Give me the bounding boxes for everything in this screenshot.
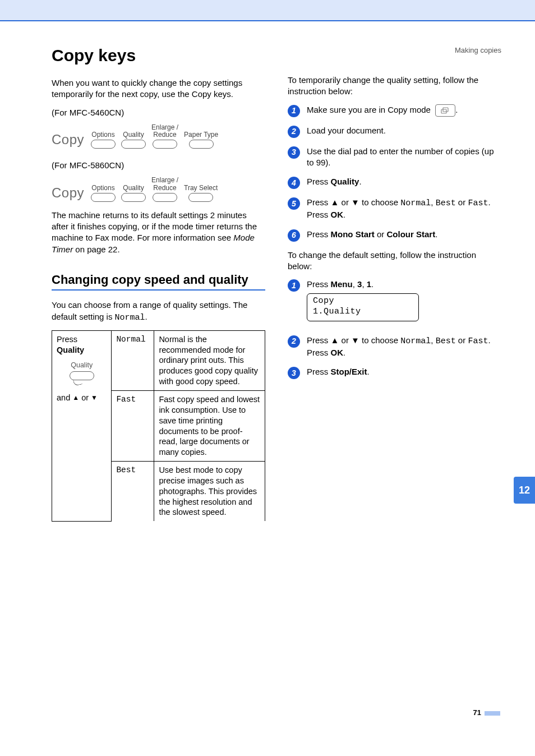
step: 2 Load your document. xyxy=(288,125,501,138)
text: or xyxy=(339,335,351,345)
text: Press xyxy=(307,229,331,239)
step-body: Press Quality. xyxy=(307,176,501,187)
copy-label: Copy xyxy=(52,185,84,202)
text: Press xyxy=(307,197,331,207)
top-band xyxy=(0,0,535,21)
mono-text: Normal xyxy=(115,313,145,322)
chapter-tab: 12 xyxy=(514,477,535,504)
step-number-badge: 5 xyxy=(288,197,300,210)
text: , xyxy=(353,279,357,289)
lcd-display: Copy 1.Quality xyxy=(307,293,419,321)
bold-text: Menu xyxy=(331,279,353,289)
key-enlarge-reduce: Enlarge / Reduce xyxy=(151,177,178,201)
step-number-badge: 6 xyxy=(288,229,300,242)
quality-table: Press Quality Quality and ▲ or ▼ Normal … xyxy=(52,330,265,522)
default-intro: To change the default setting, follow th… xyxy=(288,250,501,273)
bold-text: Quality xyxy=(331,177,359,186)
mono-text: Normal xyxy=(400,199,431,208)
text: Make sure you are in Copy mode xyxy=(307,105,433,114)
triangle-down-icon: ▼ xyxy=(91,394,98,403)
step-number-badge: 3 xyxy=(288,367,300,379)
page-content: Copy keys When you want to quickly chang… xyxy=(0,21,535,522)
option-cell: Fast xyxy=(112,390,154,461)
text: to choose xyxy=(359,335,400,345)
default-steps: 1 Press Menu, 3, 1. Copy 1.Quality 2 Pre… xyxy=(288,279,501,379)
text: on page 22. xyxy=(73,245,119,254)
step-body: Load your document. xyxy=(307,125,501,136)
heading-rule xyxy=(52,289,265,291)
text: The machine returns to its default setti… xyxy=(52,210,257,243)
keycap-icon xyxy=(153,193,177,202)
text: Press xyxy=(307,335,331,345)
key-panel-5860: Copy Options Quality Enlarge / Reduce Tr… xyxy=(52,173,265,209)
text: or xyxy=(456,197,468,207)
key-label: Reduce xyxy=(153,185,176,192)
bold-text: OK xyxy=(331,348,344,357)
text: . xyxy=(343,348,345,357)
key-panel-5460: Copy Options Quality Enlarge / Reduce Pa… xyxy=(52,121,265,156)
desc-cell: Fast copy speed and lowest ink consumpti… xyxy=(154,390,265,461)
triangle-up-icon: ▲ xyxy=(331,335,339,345)
right-column: Making copies To temporarily change the … xyxy=(288,46,501,522)
step: 5 Press ▲ or ▼ to choose Normal, Best or… xyxy=(288,197,501,221)
keycap-icon xyxy=(91,140,116,149)
step-number-badge: 1 xyxy=(288,279,300,292)
key-quality: Quality xyxy=(121,178,146,202)
step-body: Press Menu, 3, 1. Copy 1.Quality xyxy=(307,279,501,327)
text: . xyxy=(367,367,370,376)
page-number-bar-icon xyxy=(485,711,500,716)
text: , xyxy=(362,279,366,289)
step: 4 Press Quality. xyxy=(288,176,501,189)
and-arrows: and ▲ or ▼ xyxy=(57,393,107,403)
key-tray-select: Tray Select xyxy=(184,178,218,202)
key-options: Options xyxy=(91,178,116,202)
left-column: Copy keys When you want to quickly chang… xyxy=(52,46,265,522)
step: 6 Press Mono Start or Colour Start. xyxy=(288,229,501,242)
text: . xyxy=(145,312,147,321)
triangle-up-icon: ▲ xyxy=(331,197,339,207)
key-label: Tray Select xyxy=(184,185,218,192)
lcd-line: 1.Quality xyxy=(313,307,413,317)
page-number: 71 xyxy=(473,708,500,717)
keycap-icon xyxy=(91,193,116,202)
step-body: Press Stop/Exit. xyxy=(307,366,501,377)
step: 2 Press ▲ or ▼ to choose Normal, Best or… xyxy=(288,335,501,359)
desc-cell: Use best mode to copy precise images suc… xyxy=(154,462,265,522)
step: 1 Make sure you are in Copy mode . xyxy=(288,104,501,117)
bold-text: Stop/Exit xyxy=(331,367,367,376)
model-note-2: (For MFC-5860CN) xyxy=(52,160,265,171)
step: 3 Press Stop/Exit. xyxy=(288,366,501,379)
triangle-up-icon: ▲ xyxy=(72,394,79,403)
key-enlarge-reduce: Enlarge / Reduce xyxy=(151,124,178,149)
keycap-icon xyxy=(189,140,214,149)
desc-cell: Normal is the recommended mode for ordin… xyxy=(154,330,265,390)
step: 3 Use the dial pad to enter the number o… xyxy=(288,146,501,169)
temporary-steps: 1 Make sure you are in Copy mode . 2 Loa… xyxy=(288,104,501,242)
step-number-badge: 2 xyxy=(288,126,300,138)
intro-paragraph: When you want to quickly change the copy… xyxy=(52,77,265,100)
table-row: Press Quality Quality and ▲ or ▼ Normal … xyxy=(52,330,265,390)
step-number-badge: 3 xyxy=(288,146,300,159)
key-label: Paper Type xyxy=(184,131,218,139)
text: . xyxy=(455,105,458,114)
step-body: Press Mono Start or Colour Start. xyxy=(307,229,501,240)
text: . xyxy=(359,177,361,186)
option-cell: Best xyxy=(112,462,154,522)
step-number-badge: 2 xyxy=(288,335,300,348)
copy-mode-icon xyxy=(435,104,455,117)
keycap-icon xyxy=(153,140,177,149)
text: Press xyxy=(57,335,77,344)
section-heading: Changing copy speed and quality xyxy=(52,272,265,288)
step-body: Use the dial pad to enter the number of … xyxy=(307,146,501,169)
triangle-down-icon: ▼ xyxy=(351,197,359,207)
text: , xyxy=(431,197,435,207)
step-body: Make sure you are in Copy mode . xyxy=(307,104,501,117)
breadcrumb: Making copies xyxy=(288,46,501,54)
page-number-text: 71 xyxy=(473,708,481,717)
triangle-down-icon: ▼ xyxy=(351,335,359,345)
option-cell: Normal xyxy=(112,330,154,390)
model-note-1: (For MFC-5460CN) xyxy=(52,107,265,118)
mono-text: Best xyxy=(436,336,456,346)
bold-text: OK xyxy=(331,210,344,219)
text: You can choose from a range of quality s… xyxy=(52,300,247,321)
